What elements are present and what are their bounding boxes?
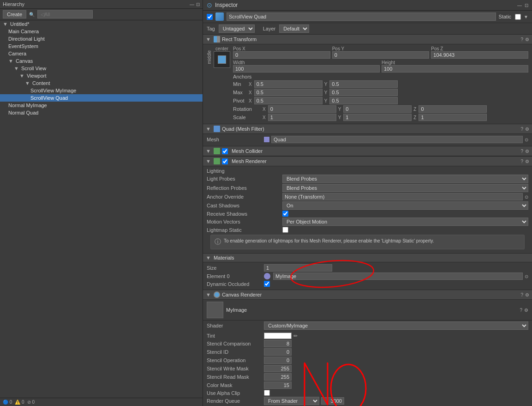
- max-y-input[interactable]: [329, 89, 398, 96]
- width-input[interactable]: [233, 65, 380, 73]
- pencil-icon[interactable]: ✏: [293, 333, 298, 339]
- tree-item-normal-myimage[interactable]: Normal MyImage: [0, 102, 203, 109]
- element0-target-icon[interactable]: ⊙: [525, 274, 528, 279]
- object-name-field[interactable]: [227, 12, 496, 21]
- rot-x-input[interactable]: [268, 105, 336, 113]
- materials-header[interactable]: ▼ Materials: [203, 254, 532, 262]
- tree-item-content[interactable]: ▼ Content: [0, 79, 203, 87]
- pos-z-input[interactable]: [431, 51, 528, 59]
- mesh-value-input[interactable]: [271, 136, 523, 143]
- stencil-comparison-label: Stencil Comparison: [207, 341, 262, 346]
- mesh-filter-gear-icon[interactable]: ⚙: [525, 127, 529, 132]
- tree-label-event-system: EventSystem: [8, 43, 38, 49]
- pos-x-input[interactable]: [233, 51, 330, 59]
- static-checkbox[interactable]: [515, 14, 521, 20]
- mesh-collider-header[interactable]: ▼ Mesh Collider ? ⚙: [203, 146, 532, 156]
- mesh-collider-arrow: ▼: [206, 148, 211, 154]
- scale-y-input[interactable]: [343, 114, 412, 121]
- tree-item-main-camera[interactable]: Main Camera: [0, 28, 203, 35]
- pivot-y-input[interactable]: [329, 97, 398, 104]
- tree-item-dir-light[interactable]: Directional Light: [0, 35, 203, 42]
- tint-color-swatch[interactable]: [264, 333, 292, 339]
- tree-item-camera[interactable]: Camera: [0, 50, 203, 57]
- shader-row: Shader Custom/MyImage: [203, 321, 532, 331]
- rotation-row: Rotation X Y Z: [233, 105, 528, 113]
- render-queue-dropdown[interactable]: From Shader: [264, 397, 319, 405]
- rt-pos-row: Pos X Pos Y Pos Z: [233, 46, 528, 59]
- search-input[interactable]: [37, 10, 93, 18]
- min-y-input[interactable]: [329, 80, 398, 88]
- cast-shadows-dropdown[interactable]: On: [282, 201, 528, 210]
- mesh-filter-header[interactable]: ▼ Quad (Mesh Filter) ? ⚙: [203, 124, 532, 134]
- reflection-probes-dropdown[interactable]: Blend Probes: [282, 184, 528, 192]
- render-queue-num-input[interactable]: [321, 397, 344, 405]
- tag-dropdown[interactable]: Untagged: [219, 24, 255, 33]
- mesh-renderer-help-icon[interactable]: ?: [520, 159, 523, 164]
- rect-help-icon[interactable]: ?: [520, 37, 523, 42]
- stencil-operation-input[interactable]: [264, 357, 292, 364]
- stencil-write-mask-input[interactable]: [264, 365, 292, 372]
- mesh-renderer-enabled-checkbox[interactable]: [222, 158, 228, 164]
- rot-y-input[interactable]: [343, 105, 412, 113]
- mesh-collider-gear-icon[interactable]: ⚙: [525, 149, 529, 154]
- tree-item-scroll-view[interactable]: ▼ Scroll View: [0, 65, 203, 72]
- mesh-field-row: Mesh ⊙: [207, 136, 528, 143]
- max-x-input[interactable]: [254, 89, 323, 96]
- mesh-collider-help-icon[interactable]: ?: [520, 149, 523, 154]
- stencil-id-input[interactable]: [264, 348, 292, 356]
- height-input[interactable]: [382, 65, 528, 73]
- mesh-target-icon[interactable]: ⊙: [525, 137, 528, 142]
- mesh-collider-icon: [214, 148, 220, 154]
- anchor-inner: [218, 55, 226, 64]
- tree-item-viewport[interactable]: ▼ Viewport: [0, 72, 203, 79]
- tree-label-dir-light: Directional Light: [8, 36, 45, 42]
- stencil-read-mask-input[interactable]: [264, 373, 292, 381]
- scale-x-input[interactable]: [268, 114, 336, 121]
- use-alpha-clip-checkbox[interactable]: [264, 390, 270, 396]
- anchor-override-target-icon[interactable]: ⊙: [525, 194, 528, 200]
- lightmap-static-label: Lightmap Static: [207, 227, 281, 233]
- rect-gear-icon[interactable]: ⚙: [525, 37, 529, 42]
- static-dropdown-arrow[interactable]: ▼: [524, 14, 528, 19]
- myimage-gear-icon[interactable]: ⚙: [524, 308, 528, 313]
- canvas-renderer-name: Canvas Renderer: [222, 292, 519, 297]
- anchor-override-row: Anchor Override ⊙: [207, 193, 528, 200]
- mesh-renderer-gear-icon[interactable]: ⚙: [525, 159, 529, 164]
- tree-item-scrollview-quad[interactable]: ScrollView Quad: [0, 94, 203, 102]
- color-mask-input[interactable]: [264, 382, 292, 389]
- rect-transform-header[interactable]: ▼ Rect Transform ? ⚙: [203, 35, 532, 44]
- create-button[interactable]: Create: [3, 10, 26, 18]
- light-probes-dropdown[interactable]: Blend Probes: [282, 175, 528, 183]
- canvas-renderer-gear-icon[interactable]: ⚙: [525, 292, 529, 297]
- tree-item-untitled[interactable]: ▼ Untitled*: [0, 20, 203, 28]
- tree-item-normal-quad[interactable]: Normal Quad: [0, 109, 203, 116]
- layer-dropdown[interactable]: Default: [279, 24, 309, 33]
- myimage-help-icon[interactable]: ?: [520, 308, 522, 313]
- pivot-x-input[interactable]: [254, 97, 323, 104]
- element0-input[interactable]: [273, 273, 523, 280]
- anchor-override-input[interactable]: [282, 193, 523, 200]
- tree-item-event-system[interactable]: EventSystem: [0, 42, 203, 50]
- min-x-input[interactable]: [254, 80, 323, 88]
- canvas-renderer-help-icon[interactable]: ?: [520, 292, 523, 297]
- stencil-comparison-input[interactable]: [264, 340, 292, 347]
- scale-z-input[interactable]: [418, 114, 487, 121]
- receive-shadows-checkbox[interactable]: [282, 211, 288, 217]
- tree-item-canvas[interactable]: ▼ Canvas: [0, 57, 203, 65]
- anchor-preview[interactable]: [214, 51, 230, 68]
- materials-size-input[interactable]: [264, 264, 332, 272]
- lightmap-static-checkbox[interactable]: [282, 227, 288, 233]
- motion-vectors-dropdown[interactable]: Per Object Motion: [282, 218, 528, 226]
- canvas-renderer-header[interactable]: ▼ Canvas Renderer ? ⚙: [203, 290, 532, 300]
- mesh-renderer-header[interactable]: ▼ Mesh Renderer ? ⚙: [203, 157, 532, 166]
- receive-shadows-row: Receive Shadows: [207, 211, 528, 217]
- object-enabled-checkbox[interactable]: [207, 14, 213, 20]
- mesh-renderer-buttons: ? ⚙: [520, 159, 529, 164]
- dynamic-occluded-checkbox[interactable]: [264, 281, 270, 287]
- rot-z-input[interactable]: [418, 105, 487, 113]
- mesh-filter-help-icon[interactable]: ?: [520, 127, 523, 132]
- pos-y-input[interactable]: [332, 51, 430, 59]
- tree-item-scrollview-myimage[interactable]: ScrollView MyImage: [0, 87, 203, 94]
- shader-dropdown[interactable]: Custom/MyImage: [264, 321, 528, 330]
- mesh-collider-enabled-checkbox[interactable]: [222, 148, 228, 154]
